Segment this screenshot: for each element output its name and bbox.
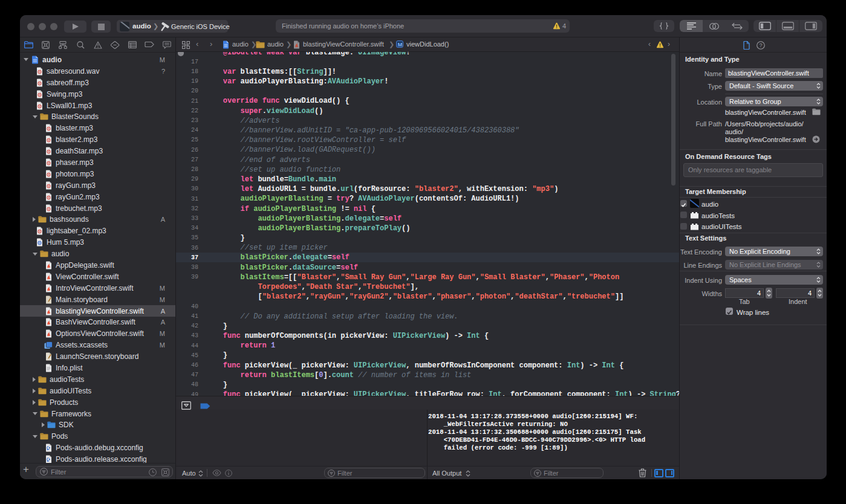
- svg-text:?: ?: [759, 42, 762, 48]
